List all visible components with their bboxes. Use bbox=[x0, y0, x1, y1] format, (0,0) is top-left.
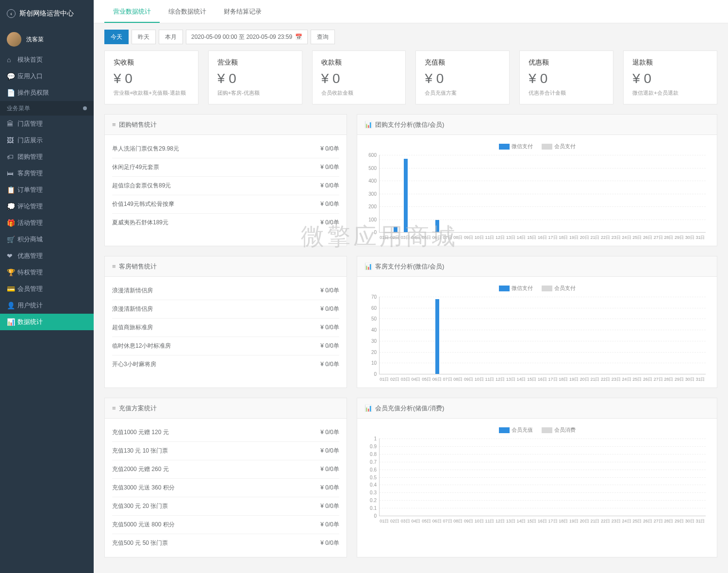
sidebar-item[interactable]: 🎁活动管理 bbox=[0, 215, 94, 231]
kpi-value: ¥ 0 bbox=[217, 71, 293, 86]
filter-today[interactable]: 今天 bbox=[104, 30, 129, 44]
date-range-input[interactable]: 2020-05-09 00:00 至 2020-05-09 23:59 📅 bbox=[186, 30, 308, 44]
date-range-text: 2020-05-09 00:00 至 2020-05-09 23:59 bbox=[191, 33, 292, 41]
sidebar-item[interactable]: 🖼门店展示 bbox=[0, 132, 94, 149]
sidebar-item[interactable]: 📊数据统计 bbox=[0, 314, 94, 330]
list-item-name: 充值2000 元赠 260 元 bbox=[112, 465, 169, 473]
sidebar-item-label: 门店管理 bbox=[17, 119, 43, 128]
sidebar-item-label: 会员管理 bbox=[17, 285, 43, 293]
list-item-name: 开心3小时麻将房 bbox=[112, 360, 156, 369]
list-item-name: 超值商旅标准房 bbox=[112, 323, 153, 332]
kpi-value: ¥ 0 bbox=[632, 71, 708, 86]
sidebar-item[interactable]: 🏆特权管理 bbox=[0, 264, 94, 281]
kpi-row: 实收额¥ 0营业额+收款额+充值额-退款额营业额¥ 0团购+客房-优惠额收款额¥… bbox=[104, 51, 717, 104]
sections: ≡团购销售统计单人洗浴门票仅售29.98元¥ 0/0单休闲足疗49元套票¥ 0/… bbox=[104, 114, 717, 557]
kpi-card: 优惠额¥ 0优惠券合计金额 bbox=[519, 51, 613, 104]
kpi-sub: 优惠券合计金额 bbox=[529, 89, 604, 97]
list-item: 价值149元韩式松骨按摩¥ 0/0单 bbox=[112, 195, 339, 214]
sidebar-item-label: 特权管理 bbox=[17, 268, 43, 277]
list-item-name: 休闲足疗49元套票 bbox=[112, 163, 159, 171]
filter-yesterday[interactable]: 昨天 bbox=[132, 30, 156, 44]
main: 营业数据统计综合数据统计财务结算记录 今天 昨天 本月 2020-05-09 0… bbox=[94, 0, 728, 573]
sidebar-item-label: 评论管理 bbox=[17, 202, 43, 211]
kpi-card: 退款额¥ 0微信退款+会员退款 bbox=[623, 51, 717, 104]
list-item: 浪漫清新情侣房¥ 0/0单 bbox=[112, 300, 339, 319]
list-item-name: 浪漫清新情侣房 bbox=[112, 305, 153, 313]
list-item-value: ¥ 0/0单 bbox=[320, 521, 339, 529]
panel-title: 团购支付分析(微信/会员) bbox=[375, 120, 444, 129]
list-item-name: 充值500 元 50 张门票 bbox=[112, 539, 168, 547]
sidebar-item[interactable]: 📋订单管理 bbox=[0, 182, 94, 198]
sidebar-item[interactable]: 🛏客房管理 bbox=[0, 165, 94, 182]
sidebar-icon: 📋 bbox=[7, 186, 17, 194]
filter-bar: 今天 昨天 本月 2020-05-09 00:00 至 2020-05-09 2… bbox=[94, 23, 728, 51]
list-item: 开心3小时麻将房¥ 0/0单 bbox=[112, 355, 339, 373]
brand-text: 斯创网络运营中心 bbox=[19, 9, 74, 18]
sidebar-item-label: 操作员权限 bbox=[17, 88, 49, 97]
panel-title: 团购销售统计 bbox=[119, 120, 157, 129]
list-item: 充值500 元 50 张门票¥ 0/0单 bbox=[112, 534, 339, 552]
list-item: 充值1000 元赠 120 元¥ 0/0单 bbox=[112, 423, 339, 442]
sidebar-item-label: 数据统计 bbox=[17, 318, 43, 326]
sidebar-icon: 💳 bbox=[7, 285, 17, 293]
collapse-icon[interactable] bbox=[83, 106, 87, 110]
sidebar-item[interactable]: ⌂模块首页 bbox=[0, 51, 94, 68]
sidebar-item[interactable]: ❤优惠管理 bbox=[0, 248, 94, 264]
sidebar-icon: ⌂ bbox=[7, 56, 17, 64]
panel-title: 客房销售统计 bbox=[119, 262, 157, 271]
sidebar-item[interactable]: 💭评论管理 bbox=[0, 198, 94, 215]
kpi-sub: 团购+客房-优惠额 bbox=[217, 89, 293, 97]
sidebar-icon: 🏷 bbox=[7, 153, 17, 161]
list-item-value: ¥ 0/0单 bbox=[320, 200, 339, 208]
sidebar-item-label: 订单管理 bbox=[17, 185, 43, 194]
kpi-label: 优惠额 bbox=[529, 58, 604, 67]
sidebar-icon: 🖼 bbox=[7, 136, 17, 144]
sidebar-icon: 🏛 bbox=[7, 120, 17, 128]
list-item-value: ¥ 0/0单 bbox=[320, 465, 339, 473]
tab[interactable]: 财务结算记录 bbox=[215, 1, 270, 23]
back-icon[interactable]: ‹ bbox=[7, 9, 16, 18]
sidebar-item[interactable]: 📄操作员权限 bbox=[0, 84, 94, 101]
list-item-value: ¥ 0/0单 bbox=[320, 163, 339, 171]
sidebar-item[interactable]: 🛒积分商城 bbox=[0, 231, 94, 248]
query-button[interactable]: 查询 bbox=[311, 30, 335, 44]
sidebar-nav-biz: 🏛门店管理🖼门店展示🏷团购管理🛏客房管理📋订单管理💭评论管理🎁活动管理🛒积分商城… bbox=[0, 116, 94, 330]
sidebar-section-header: 业务菜单 bbox=[0, 101, 94, 116]
sidebar: ‹ 斯创网络运营中心 洗客菜 ⌂模块首页💬应用入口📄操作员权限 业务菜单 🏛门店… bbox=[0, 0, 94, 573]
list-item-value: ¥ 0/0单 bbox=[320, 447, 339, 455]
chart-panel: 📊团购支付分析(微信/会员)微信支付会员支付010020030040050060… bbox=[357, 114, 717, 246]
kpi-value: ¥ 0 bbox=[114, 71, 189, 86]
tab-bar: 营业数据统计综合数据统计财务结算记录 bbox=[94, 0, 728, 23]
kpi-card: 营业额¥ 0团购+客房-优惠额 bbox=[208, 51, 302, 104]
tab[interactable]: 营业数据统计 bbox=[104, 1, 160, 23]
sidebar-item[interactable]: 👤用户统计 bbox=[0, 297, 94, 314]
list-item-value: ¥ 0/0单 bbox=[320, 219, 339, 227]
sidebar-item[interactable]: 💳会员管理 bbox=[0, 281, 94, 297]
kpi-card: 实收额¥ 0营业额+收款额+充值额-退款额 bbox=[104, 51, 199, 104]
list-item-name: 浪漫清新情侣房 bbox=[112, 286, 153, 295]
tab[interactable]: 综合数据统计 bbox=[160, 1, 215, 23]
chart-icon: 📊 bbox=[364, 404, 372, 412]
filter-month[interactable]: 本月 bbox=[159, 30, 183, 44]
kpi-value: ¥ 0 bbox=[425, 71, 500, 86]
kpi-sub: 微信退款+会员退款 bbox=[632, 89, 708, 97]
list-item-value: ¥ 0/0单 bbox=[320, 428, 339, 437]
list-item: 充值5000 元送 800 积分¥ 0/0单 bbox=[112, 516, 339, 534]
sidebar-icon: 👤 bbox=[7, 302, 17, 309]
sidebar-item[interactable]: 🏷团购管理 bbox=[0, 149, 94, 165]
sidebar-item[interactable]: 💬应用入口 bbox=[0, 68, 94, 84]
list-item-name: 超值综合套票仅售89元 bbox=[112, 182, 171, 190]
user-row[interactable]: 洗客菜 bbox=[0, 27, 94, 51]
sidebar-item-label: 活动管理 bbox=[17, 219, 43, 227]
list-item-value: ¥ 0/0单 bbox=[320, 484, 339, 492]
legend-item: 微信支付 bbox=[499, 143, 533, 150]
sidebar-item[interactable]: 🏛门店管理 bbox=[0, 116, 94, 132]
list-item-name: 充值5000 元送 800 积分 bbox=[112, 521, 175, 529]
legend-item: 会员充值 bbox=[499, 426, 533, 434]
sidebar-icon: 🛏 bbox=[7, 169, 17, 177]
list-item-value: ¥ 0/0单 bbox=[320, 342, 339, 350]
sidebar-item-label: 积分商城 bbox=[17, 235, 43, 244]
list-item: 超值商旅标准房¥ 0/0单 bbox=[112, 319, 339, 337]
list-item: 充值130 元 10 张门票¥ 0/0单 bbox=[112, 442, 339, 460]
kpi-sub: 营业额+收款额+充值额-退款额 bbox=[114, 89, 189, 97]
